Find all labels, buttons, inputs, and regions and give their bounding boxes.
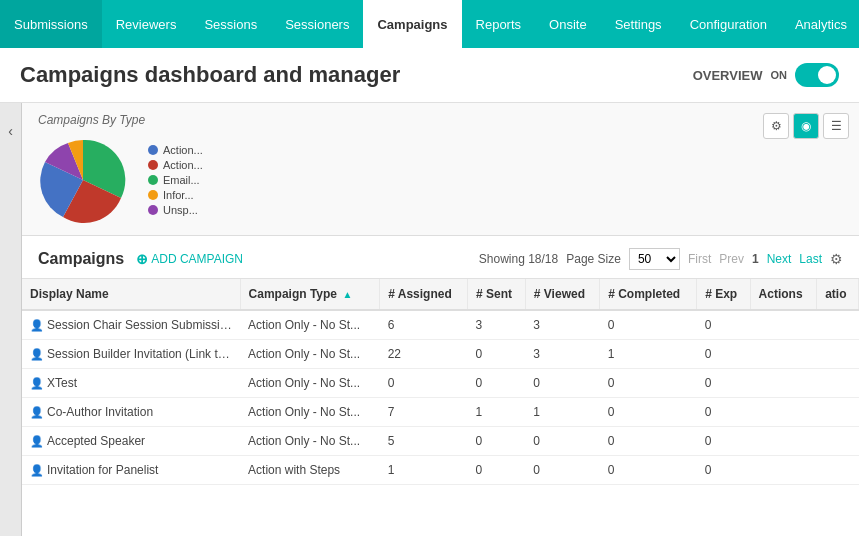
row-1-name: 👤Session Builder Invitation (Link to Por…	[22, 340, 240, 369]
row-5-exp: 0	[697, 456, 750, 485]
row-5-assigned: 1	[380, 456, 468, 485]
chart-list-button[interactable]: ☰	[823, 113, 849, 139]
row-2-completed: 0	[600, 369, 697, 398]
nav-campaigns[interactable]: Campaigns	[363, 0, 461, 48]
row-3-assigned: 7	[380, 398, 468, 427]
table-settings-icon[interactable]: ⚙	[830, 251, 843, 267]
row-3-atio	[817, 398, 859, 427]
row-0-type: Action Only - No St...	[240, 310, 380, 340]
page-size-label: Page Size	[566, 252, 621, 266]
chart-title: Campaigns By Type	[38, 113, 203, 127]
nav-configuration[interactable]: Configuration	[676, 0, 781, 48]
row-2-name: 👤XTest	[22, 369, 240, 398]
col-actions[interactable]: Actions	[750, 279, 817, 310]
row-4-completed: 0	[600, 427, 697, 456]
table-row: 👤Accepted Speaker Action Only - No St...…	[22, 427, 859, 456]
col-viewed[interactable]: # Viewed	[525, 279, 599, 310]
col-assigned-label: # Assigned	[388, 287, 452, 301]
prev-page-button[interactable]: Prev	[719, 252, 744, 266]
legend-item-1: Action...	[148, 159, 203, 171]
row-5-actions	[750, 456, 817, 485]
row-2-viewed: 0	[525, 369, 599, 398]
col-sent-label: # Sent	[476, 287, 512, 301]
page-size-select[interactable]: 50 25 100	[629, 248, 680, 270]
overview-state: ON	[771, 69, 788, 81]
table-row: 👤XTest Action Only - No St... 0 0 0 0 0	[22, 369, 859, 398]
row-5-sent: 0	[468, 456, 526, 485]
collapse-arrow-icon: ‹	[8, 123, 13, 139]
col-display-name[interactable]: Display Name	[22, 279, 240, 310]
nav-sessions[interactable]: Sessions	[190, 0, 271, 48]
next-page-button[interactable]: Next	[767, 252, 792, 266]
chart-toolbar: ⚙ ◉ ☰	[763, 113, 849, 139]
overview-label: OVERVIEW	[693, 68, 763, 83]
row-2-actions	[750, 369, 817, 398]
nav-settings[interactable]: Settings	[601, 0, 676, 48]
row-5-name: 👤Invitation for Panelist	[22, 456, 240, 485]
row-4-assigned: 5	[380, 427, 468, 456]
campaigns-table-body: 👤Session Chair Session Submission Editin…	[22, 310, 859, 485]
row-1-atio	[817, 340, 859, 369]
col-exp[interactable]: # Exp	[697, 279, 750, 310]
row-3-completed: 0	[600, 398, 697, 427]
col-viewed-label: # Viewed	[534, 287, 585, 301]
legend-dot-2	[148, 175, 158, 185]
add-campaign-button[interactable]: ⊕ ADD CAMPAIGN	[136, 251, 243, 267]
campaigns-table-wrapper: Display Name Campaign Type ▲ # Assigned …	[22, 278, 859, 536]
chart-legend: Action... Action... Email... Infor.	[148, 144, 203, 216]
campaigns-section: Campaigns ⊕ ADD CAMPAIGN Showing 18/18 P…	[22, 236, 859, 536]
row-3-actions	[750, 398, 817, 427]
campaigns-header: Campaigns ⊕ ADD CAMPAIGN Showing 18/18 P…	[22, 236, 859, 278]
legend-dot-1	[148, 160, 158, 170]
col-sent[interactable]: # Sent	[468, 279, 526, 310]
col-atio[interactable]: atio	[817, 279, 859, 310]
top-navigation: Submissions Reviewers Sessions Sessioner…	[0, 0, 859, 48]
last-page-button[interactable]: Last	[799, 252, 822, 266]
add-campaign-label: ADD CAMPAIGN	[151, 252, 243, 266]
nav-submissions[interactable]: Submissions	[0, 0, 102, 48]
row-0-name: 👤Session Chair Session Submission Editin…	[22, 310, 240, 340]
first-page-button[interactable]: First	[688, 252, 711, 266]
col-completed[interactable]: # Completed	[600, 279, 697, 310]
chart-panel: Campaigns By Type	[22, 103, 859, 236]
nav-onsite[interactable]: Onsite	[535, 0, 601, 48]
main-layout: ‹ Campaigns By Type	[0, 103, 859, 536]
legend-label-3: Infor...	[163, 189, 194, 201]
row-1-actions	[750, 340, 817, 369]
row-5-type: Action with Steps	[240, 456, 380, 485]
legend-dot-0	[148, 145, 158, 155]
legend-label-4: Unsp...	[163, 204, 198, 216]
table-header-row: Display Name Campaign Type ▲ # Assigned …	[22, 279, 859, 310]
nav-reviewers[interactable]: Reviewers	[102, 0, 191, 48]
content-area: Campaigns By Type	[22, 103, 859, 536]
row-4-actions	[750, 427, 817, 456]
row-0-actions	[750, 310, 817, 340]
campaigns-title-row: Campaigns ⊕ ADD CAMPAIGN	[38, 250, 243, 268]
row-1-type: Action Only - No St...	[240, 340, 380, 369]
col-display-name-label: Display Name	[30, 287, 109, 301]
legend-item-3: Infor...	[148, 189, 203, 201]
nav-sessioners[interactable]: Sessioners	[271, 0, 363, 48]
nav-analytics[interactable]: Analytics	[781, 0, 859, 48]
col-atio-label: atio	[825, 287, 846, 301]
chart-settings-button[interactable]: ⚙	[763, 113, 789, 139]
col-assigned[interactable]: # Assigned	[380, 279, 468, 310]
overview-toggle-switch[interactable]	[795, 63, 839, 87]
row-0-sent: 3	[468, 310, 526, 340]
row-0-assigned: 6	[380, 310, 468, 340]
pagination-area: Showing 18/18 Page Size 50 25 100 First …	[479, 248, 843, 270]
col-campaign-type[interactable]: Campaign Type ▲	[240, 279, 380, 310]
row-0-viewed: 3	[525, 310, 599, 340]
col-exp-label: # Exp	[705, 287, 737, 301]
row-3-exp: 0	[697, 398, 750, 427]
overview-toggle-area: OVERVIEW ON	[693, 63, 839, 87]
row-0-exp: 0	[697, 310, 750, 340]
add-campaign-plus-icon: ⊕	[136, 251, 148, 267]
chart-pie-button[interactable]: ◉	[793, 113, 819, 139]
sidebar-collapse[interactable]: ‹	[0, 103, 22, 536]
page-header: Campaigns dashboard and manager OVERVIEW…	[0, 48, 859, 103]
col-actions-label: Actions	[759, 287, 803, 301]
row-4-atio	[817, 427, 859, 456]
table-row: 👤Session Chair Session Submission Editin…	[22, 310, 859, 340]
nav-reports[interactable]: Reports	[462, 0, 536, 48]
